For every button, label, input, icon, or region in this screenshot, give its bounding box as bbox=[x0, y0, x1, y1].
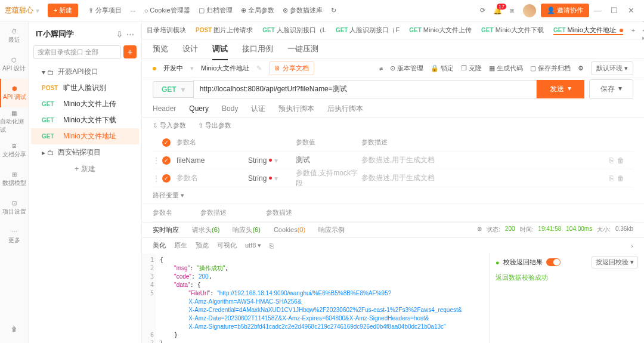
lock[interactable]: 🔒 锁定 bbox=[431, 64, 454, 73]
new-button[interactable]: + 新建 bbox=[48, 4, 78, 17]
export-params[interactable]: ⇧ 导出参数 bbox=[198, 121, 231, 130]
nav-datamodel[interactable]: ⊞数据模型 bbox=[0, 165, 28, 193]
nav-debug[interactable]: ⬢API 调试 bbox=[0, 79, 28, 107]
refresh-icon[interactable]: ↻ bbox=[331, 7, 336, 14]
param-desc-lib[interactable]: ⊗ 参数描述库 bbox=[283, 6, 323, 15]
clone[interactable]: ❐ 克隆 bbox=[461, 64, 482, 73]
view-preview[interactable]: 预览 bbox=[196, 241, 209, 250]
param-desc-input[interactable]: 参数描述,用于生成文档 bbox=[361, 173, 609, 183]
verify-button[interactable]: 按返回校验 ▾ bbox=[592, 256, 638, 268]
param-name-input[interactable]: fileName bbox=[177, 156, 248, 165]
folder-xian[interactable]: ▸ 🗀 西安钻探项目 bbox=[31, 144, 139, 160]
param-type-select[interactable]: String▾ bbox=[248, 156, 296, 165]
view-visual[interactable]: 可视化 bbox=[217, 241, 237, 250]
tab[interactable]: GET Minio大文件下载 bbox=[476, 26, 549, 35]
sync-icon[interactable]: ⟳ bbox=[480, 7, 485, 14]
tab[interactable]: GET Minio大文件上传 bbox=[404, 26, 476, 35]
tab[interactable]: 目录培训模块 bbox=[142, 26, 191, 35]
tab[interactable]: GET 人脸识别接口（L bbox=[258, 26, 331, 35]
param-type-select[interactable]: String▾ bbox=[248, 174, 296, 183]
tab-post[interactable]: 后执行脚本 bbox=[327, 104, 363, 114]
copy-icon[interactable]: ⎘ bbox=[270, 242, 274, 249]
url-input[interactable]: http://localhost:8080/api/getUrl?fileNam… bbox=[193, 80, 537, 98]
settings-icon[interactable]: ⚙ bbox=[578, 64, 584, 72]
verify-switch[interactable] bbox=[546, 258, 561, 266]
tab-query[interactable]: Query bbox=[189, 104, 209, 113]
menu-icon[interactable]: ⋯ bbox=[126, 30, 134, 39]
avatar[interactable] bbox=[523, 4, 536, 17]
nav-proj[interactable]: ⊡项目设置 bbox=[0, 193, 28, 222]
checkbox-on[interactable]: ✓ bbox=[162, 156, 171, 165]
rtab-reshead[interactable]: 响应头(6) bbox=[233, 225, 260, 234]
tab-add[interactable]: + bbox=[628, 27, 639, 34]
nav-recent[interactable]: ⏱最近 bbox=[0, 21, 28, 50]
tree-item[interactable]: GETMinio大文件下载 bbox=[31, 112, 139, 128]
invite-button[interactable]: 👤 邀请协作 bbox=[541, 4, 589, 17]
import-params[interactable]: ⇩ 导入参数 bbox=[153, 121, 186, 130]
trash-icon[interactable]: 🗑 bbox=[0, 314, 28, 343]
notification-icon[interactable]: 🔔17 bbox=[493, 7, 502, 15]
tab-header[interactable]: Header bbox=[153, 104, 176, 113]
close-icon[interactable]: ✕ bbox=[623, 6, 639, 15]
view-pretty[interactable]: 美化 bbox=[153, 241, 166, 250]
share-doc[interactable]: 🗎 分享文档 bbox=[269, 61, 314, 75]
rtab-example[interactable]: 响应示例 bbox=[318, 225, 345, 234]
drag-icon[interactable]: ⋮⋮ bbox=[153, 174, 162, 183]
archive-manager[interactable]: ▢ 归档管理 bbox=[199, 6, 233, 15]
tab-nav[interactable]: ⋯ ◂ ▸ bbox=[639, 21, 644, 42]
archive[interactable]: ▢ 保存并归档 bbox=[530, 64, 571, 73]
nav-docshare[interactable]: 🗎文档分享 bbox=[0, 136, 28, 165]
nav-design[interactable]: ⬡API 设计 bbox=[0, 50, 28, 79]
maximize-icon[interactable]: ☐ bbox=[606, 6, 623, 15]
rtab-cookies[interactable]: Cookies(0) bbox=[274, 226, 305, 233]
tab-body[interactable]: Body bbox=[222, 104, 238, 113]
subtab-preview[interactable]: 预览 bbox=[153, 44, 168, 54]
tree-item[interactable]: GETMinio大文件上传 bbox=[31, 96, 139, 112]
param-val-input[interactable]: 参数值,支持mock字段 bbox=[296, 168, 361, 189]
expand-icon[interactable]: › bbox=[631, 242, 633, 249]
version-mgr[interactable]: ⊙ 版本管理 bbox=[390, 64, 423, 73]
save-button[interactable]: 保存▾ bbox=[589, 79, 633, 99]
subtab-usecase[interactable]: 接口用例 bbox=[242, 44, 273, 54]
env-select[interactable]: 默认环境 ▾ bbox=[591, 61, 633, 75]
rtab-realtime[interactable]: 实时响应 bbox=[153, 225, 179, 234]
response-body[interactable]: { "msg": "操作成功", "code": 200, "data": { … bbox=[156, 254, 489, 343]
workspace-name[interactable]: 意蕴甜心 bbox=[5, 5, 33, 16]
subtab-press[interactable]: 一键压测 bbox=[287, 44, 318, 54]
more-icon[interactable]: ··· bbox=[130, 7, 135, 14]
search-input[interactable]: 搜索目录或接口 全部 bbox=[33, 45, 121, 59]
view-raw[interactable]: 原生 bbox=[174, 241, 187, 250]
delete-icon[interactable]: 🗑 bbox=[617, 174, 624, 183]
subtab-design[interactable]: 设计 bbox=[182, 44, 198, 54]
edit-icon[interactable]: ✎ bbox=[256, 64, 262, 72]
tab-active[interactable]: GET Minio大文件地址 bbox=[549, 26, 628, 35]
dev-status[interactable]: 开发中 bbox=[163, 64, 183, 73]
cookie-manager[interactable]: ○ Cookie管理器 bbox=[144, 6, 190, 15]
share-project[interactable]: ⇪ 分享项目 bbox=[88, 6, 122, 15]
not-equal-icon[interactable]: ≠ bbox=[379, 65, 383, 72]
nav-auto[interactable]: ▦自动化测试 bbox=[0, 107, 28, 136]
add-button[interactable]: + bbox=[123, 45, 137, 58]
tab-auth[interactable]: 认证 bbox=[251, 104, 265, 114]
insert-icon[interactable]: ⎘ bbox=[609, 174, 614, 183]
tab[interactable]: POST 图片上传请求 bbox=[191, 26, 258, 35]
minimize-icon[interactable]: — bbox=[589, 6, 606, 15]
send-button[interactable]: 发送▾ bbox=[537, 80, 584, 98]
drag-icon[interactable]: ⋮⋮ bbox=[153, 156, 162, 165]
help-icon[interactable]: ⧇ bbox=[510, 7, 514, 14]
checkbox-on[interactable]: ✓ bbox=[162, 174, 171, 183]
method-select[interactable]: GET▾ bbox=[153, 81, 193, 98]
param-desc-input[interactable]: 参数描述,用于生成文档 bbox=[361, 155, 609, 165]
insert-icon[interactable]: ⎘ bbox=[609, 156, 614, 165]
view-enc[interactable]: utf8 ▾ bbox=[245, 242, 261, 249]
tab[interactable]: GET 人脸识别接口（F bbox=[331, 26, 404, 35]
nav-more[interactable]: ⋯更多 bbox=[0, 222, 28, 251]
param-name-input[interactable]: 参数名 bbox=[177, 173, 248, 183]
tab-pre[interactable]: 预执行脚本 bbox=[278, 104, 314, 114]
tree-item[interactable]: POST旷世人脸识别 bbox=[31, 80, 139, 96]
rtab-reqhead[interactable]: 请求头(6) bbox=[192, 225, 219, 234]
subtab-debug[interactable]: 调试 bbox=[212, 44, 228, 60]
global-params[interactable]: ⊕ 全局参数 bbox=[241, 6, 274, 15]
path-variable[interactable]: 路径变量 ▾ bbox=[142, 187, 644, 203]
tree-item-active[interactable]: GETMinio大文件地址 bbox=[31, 128, 139, 144]
